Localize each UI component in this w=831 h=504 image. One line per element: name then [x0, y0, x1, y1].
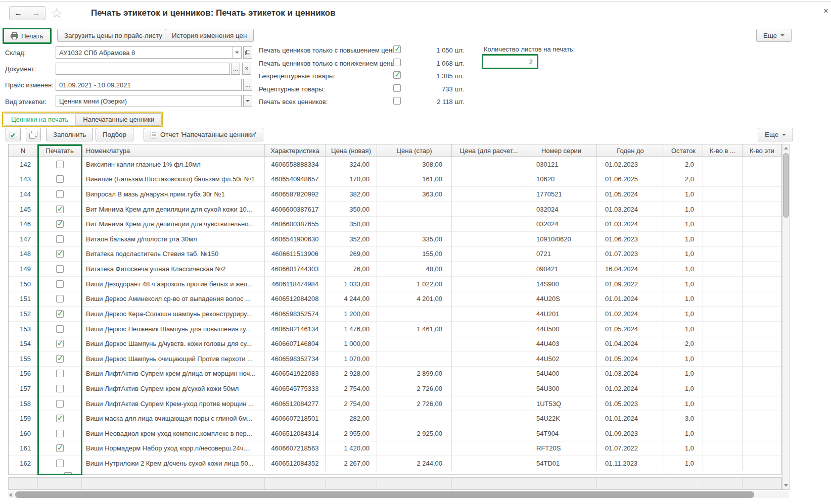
scroll-left-icon[interactable]	[9, 493, 12, 497]
load-prices-button[interactable]: Загрузить цены по прайс-листу	[57, 29, 169, 42]
vertical-scrollbar[interactable]	[782, 144, 790, 490]
row-print-checkbox[interactable]	[56, 430, 64, 437]
tab-printed-price-tags[interactable]: Напечатанные ценники	[76, 113, 162, 126]
row-print-checkbox[interactable]	[56, 161, 64, 168]
warehouse-open-button[interactable]	[243, 46, 252, 59]
table-row[interactable]: 161Виши Нормадерм Набор уход корр.п/несо…	[9, 441, 781, 457]
print-checkbox-cell	[38, 322, 82, 337]
row-print-checkbox[interactable]	[56, 175, 64, 183]
column-header[interactable]: Остаток	[664, 144, 703, 157]
table-row[interactable]: 158Виши ЛифтАктив Супрем Крем-уход проти…	[9, 396, 781, 412]
price-calc-cell	[452, 411, 526, 426]
print-button[interactable]: Печать	[4, 29, 50, 42]
column-header[interactable]: Характеристика	[265, 144, 326, 157]
filter-checkbox[interactable]	[393, 71, 401, 79]
table-row[interactable]: 152Виши Деркос Кера-Солюшн шампунь рекон…	[9, 307, 781, 322]
row-print-checkbox[interactable]	[56, 280, 64, 288]
more-button-top[interactable]: Еще	[756, 29, 792, 42]
column-header[interactable]: К-во в ...	[703, 144, 743, 157]
row-print-checkbox[interactable]	[56, 295, 64, 303]
vertical-scroll-thumb[interactable]	[783, 153, 789, 218]
column-header[interactable]: Печатать	[38, 144, 82, 157]
row-print-checkbox[interactable]	[56, 460, 64, 467]
document-field[interactable]	[56, 63, 230, 75]
table-row[interactable]: 157Виши ЛифтАктив Супрем крем д/сухой ко…	[9, 381, 781, 396]
table-row[interactable]: 142Виксипин капли глазные 1% фл.10мл4606…	[9, 157, 781, 172]
table-row[interactable]: 143Винилин (Бальзам Шостаковского) бальз…	[9, 172, 781, 187]
horizontal-scroll-thumb[interactable]	[15, 491, 754, 498]
price-calc-cell	[452, 277, 526, 292]
forward-button[interactable]: →	[27, 6, 45, 20]
column-header[interactable]: Номер серии	[526, 144, 597, 157]
column-header[interactable]: Цена (новая)	[326, 144, 377, 157]
row-print-checkbox[interactable]	[56, 340, 64, 347]
table-row[interactable]: 145Вит Минима Крем для депиляции для сух…	[9, 202, 781, 217]
column-header[interactable]: К-во эти	[743, 144, 781, 157]
row-print-checkbox[interactable]	[56, 190, 64, 198]
scroll-up-icon[interactable]	[784, 147, 788, 149]
row-print-checkbox[interactable]	[56, 385, 64, 392]
scroll-down-icon[interactable]	[784, 484, 788, 487]
row-print-checkbox[interactable]	[56, 355, 64, 363]
row-print-checkbox[interactable]	[56, 250, 64, 258]
column-header[interactable]: Годен до	[597, 144, 664, 157]
table-row[interactable]: 149Витатека Фитосвеча ушная Классическая…	[9, 262, 781, 277]
table-row[interactable]: 159Виши маска для лица очищающая поры с …	[9, 411, 781, 426]
more-button-table[interactable]: Еще	[758, 128, 793, 141]
row-print-checkbox[interactable]	[56, 206, 64, 213]
row-print-checkbox[interactable]	[56, 265, 64, 273]
printed-report-button[interactable]: Отчет 'Напечатанные ценники'	[144, 128, 263, 141]
price-history-button[interactable]: История изменения цен	[165, 29, 254, 42]
column-header[interactable]: Номенклатура	[82, 144, 265, 157]
table-row[interactable]: 162Виши Нутриложи 2 Крем д/очень сухой к…	[9, 456, 781, 471]
row-print-checkbox[interactable]	[56, 325, 64, 333]
filter-checkbox[interactable]	[393, 97, 401, 105]
barcode-cell: 4606541922083	[265, 367, 326, 382]
table-row[interactable]: 151Виши Деркос Аминексил ср-во от выпаде…	[9, 291, 781, 307]
table-row[interactable]: 148Витатека подсластитель Стевия таб. №1…	[9, 247, 781, 262]
check-all-button[interactable]	[6, 128, 21, 141]
table-row[interactable]: 153Виши Деркос Неоженик Шампунь для повы…	[9, 322, 781, 337]
row-print-checkbox[interactable]	[56, 370, 64, 377]
table-row[interactable]: 150Виши Дезодорант 48 ч аэрозоль против …	[9, 277, 781, 292]
column-header[interactable]: N	[9, 144, 38, 157]
horizontal-scrollbar[interactable]	[8, 491, 789, 498]
row-print-checkbox[interactable]	[56, 444, 64, 452]
column-header[interactable]: Цена (стар)	[377, 144, 452, 157]
table-row[interactable]: 144Випросал В мазь д/наружн.прим.туба 30…	[9, 187, 781, 202]
row-print-checkbox[interactable]	[56, 400, 64, 408]
table-row[interactable]: 156Виши ЛифтАктив Супрем крем д/лица от …	[9, 367, 781, 382]
table-row[interactable]: 146Вит Минима Крем для депиляции для чув…	[9, 217, 781, 232]
document-clear-button[interactable]: ×	[242, 63, 251, 75]
label-kind-dropdown[interactable]	[243, 95, 252, 107]
uncheck-all-button[interactable]	[26, 128, 41, 141]
table-row[interactable]: 155Виши Деркос Шампунь очищающий Против …	[9, 351, 781, 367]
pick-button[interactable]: Подбор	[96, 128, 133, 141]
price-changed-field[interactable]: 01.09.2021 - 10.09.2021	[56, 79, 242, 91]
row-print-checkbox[interactable]	[56, 235, 64, 243]
table-row[interactable]: 160Виши Неовадиол крем-уход компенс.комп…	[9, 426, 781, 441]
row-print-checkbox[interactable]	[56, 415, 64, 422]
tab-price-tags-to-print[interactable]: Ценники на печать	[4, 113, 76, 126]
row-print-checkbox[interactable]	[56, 310, 64, 318]
price-old-cell: 1 022,00	[377, 277, 452, 292]
warehouse-field[interactable]: АУ1032 СПб Абрамова 8	[56, 46, 242, 59]
row-print-checkbox[interactable]	[56, 220, 64, 228]
filter-checkbox[interactable]	[393, 84, 401, 92]
price-changed-choose-button[interactable]: ...	[243, 79, 252, 91]
filter-checkbox[interactable]	[393, 45, 401, 53]
favorite-star-icon[interactable]: ☆	[51, 6, 63, 20]
close-icon[interactable]: ×	[821, 6, 831, 16]
filter-label: Рецептурные товары:	[259, 85, 325, 93]
column-header[interactable]: Цена (для расчет...	[452, 144, 526, 157]
back-button[interactable]: ←	[9, 6, 27, 20]
filter-checkbox[interactable]	[393, 59, 401, 66]
warehouse-dropdown[interactable]	[232, 47, 241, 58]
fill-button[interactable]: Заполнить	[46, 128, 93, 141]
print-checkbox-cell	[38, 381, 82, 396]
table-row[interactable]: 154Виши Деркос Шампунь д/чувств. кожи го…	[9, 336, 781, 351]
table-row[interactable]: 147Витаон бальзам д/полости рта 30мл4606…	[9, 232, 781, 247]
document-choose-button[interactable]: ...	[231, 63, 240, 75]
sheets-count-input[interactable]: 2	[483, 56, 537, 68]
label-kind-field[interactable]: Ценник мини (Озерки)	[56, 95, 242, 107]
